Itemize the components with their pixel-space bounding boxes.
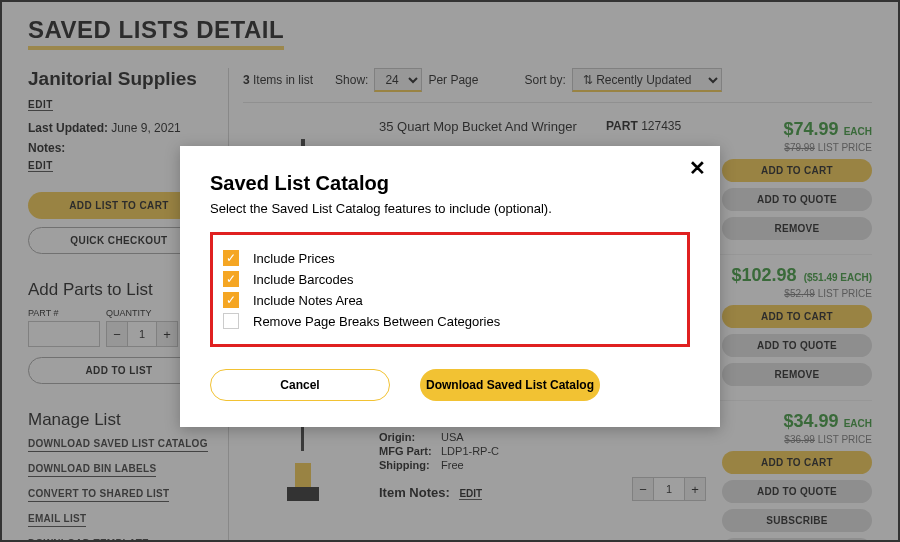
saved-list-catalog-modal: ✕ Saved List Catalog Select the Saved Li… [180, 146, 720, 427]
include-notes-option[interactable]: ✓ Include Notes Area [223, 292, 675, 308]
include-barcodes-option[interactable]: ✓ Include Barcodes [223, 271, 675, 287]
catalog-options-group: ✓ Include Prices ✓ Include Barcodes ✓ In… [210, 232, 690, 347]
remove-page-breaks-label: Remove Page Breaks Between Categories [253, 314, 500, 329]
download-saved-list-catalog-button[interactable]: Download Saved List Catalog [420, 369, 600, 401]
close-icon[interactable]: ✕ [689, 156, 706, 180]
checkbox-checked-icon[interactable]: ✓ [223, 271, 239, 287]
checkbox-checked-icon[interactable]: ✓ [223, 292, 239, 308]
checkbox-unchecked-icon[interactable] [223, 313, 239, 329]
modal-subtitle: Select the Saved List Catalog features t… [210, 201, 690, 216]
cancel-button[interactable]: Cancel [210, 369, 390, 401]
remove-page-breaks-option[interactable]: Remove Page Breaks Between Categories [223, 313, 675, 329]
modal-overlay: ✕ Saved List Catalog Select the Saved Li… [2, 2, 898, 540]
include-notes-label: Include Notes Area [253, 293, 363, 308]
include-prices-label: Include Prices [253, 251, 335, 266]
modal-title: Saved List Catalog [210, 172, 690, 195]
include-prices-option[interactable]: ✓ Include Prices [223, 250, 675, 266]
checkbox-checked-icon[interactable]: ✓ [223, 250, 239, 266]
include-barcodes-label: Include Barcodes [253, 272, 353, 287]
